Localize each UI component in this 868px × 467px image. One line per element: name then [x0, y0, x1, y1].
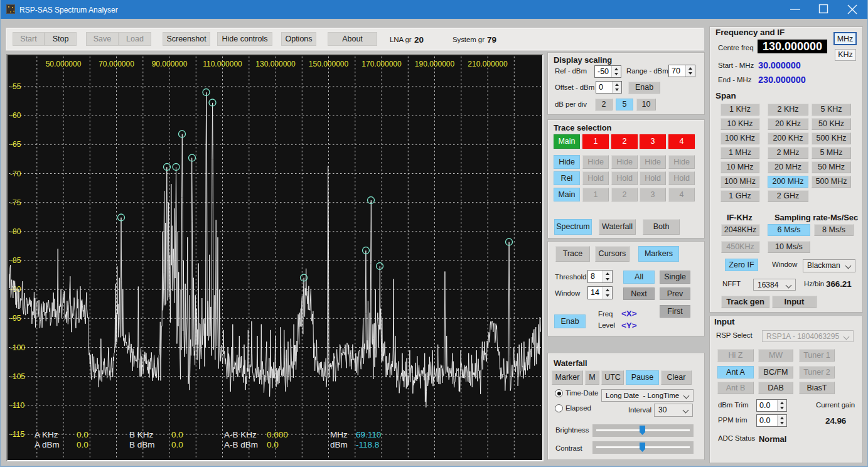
svg-text:A dBm: A dBm — [35, 440, 60, 449]
svg-text:B dBm: B dBm — [129, 440, 155, 449]
svg-text:-70: -70 — [10, 169, 21, 178]
svg-text:-60: -60 — [10, 111, 21, 120]
svg-text:-65: -65 — [10, 140, 21, 149]
svg-text:170.000000: 170.000000 — [362, 60, 402, 68]
svg-text:0.0: 0.0 — [267, 440, 279, 449]
svg-text:-105: -105 — [10, 372, 25, 381]
svg-text:130.000000: 130.000000 — [255, 60, 296, 68]
svg-text:190.000000: 190.000000 — [415, 60, 455, 68]
svg-text:A-B KHz: A-B KHz — [224, 430, 257, 439]
svg-text:110.000000: 110.000000 — [203, 60, 242, 68]
svg-text:B KHz: B KHz — [129, 430, 154, 439]
svg-text:0.000: 0.000 — [267, 430, 288, 439]
svg-text:-75: -75 — [10, 198, 21, 207]
svg-text:-115: -115 — [10, 430, 24, 439]
svg-text:-85: -85 — [10, 256, 21, 265]
svg-text:A-B dBm: A-B dBm — [224, 440, 258, 449]
svg-text:150.000000: 150.000000 — [309, 60, 349, 68]
svg-text:50.000000: 50.000000 — [46, 60, 82, 68]
svg-text:dBm: dBm — [330, 440, 348, 449]
svg-text:210.000000: 210.000000 — [468, 60, 508, 68]
svg-text:0.0: 0.0 — [77, 440, 88, 449]
svg-text:0.0: 0.0 — [171, 440, 183, 449]
svg-text:0.0: 0.0 — [77, 430, 88, 439]
svg-text:A KHz: A KHz — [35, 430, 58, 439]
svg-text:69.110: 69.110 — [356, 430, 381, 439]
svg-text:0.0: 0.0 — [171, 430, 183, 439]
svg-text:70.000000: 70.000000 — [99, 60, 134, 68]
svg-text:-118.8: -118.8 — [356, 440, 379, 449]
svg-text:90.000000: 90.000000 — [152, 60, 188, 68]
svg-text:-95: -95 — [10, 314, 21, 323]
svg-text:-100: -100 — [10, 343, 25, 352]
svg-text:-110: -110 — [10, 401, 24, 410]
svg-text:MHz: MHz — [330, 430, 348, 439]
svg-text:-80: -80 — [10, 227, 21, 236]
svg-text:-55: -55 — [10, 82, 21, 91]
